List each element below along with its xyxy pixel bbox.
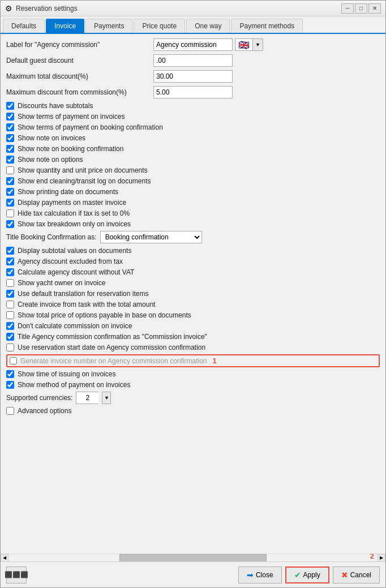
checkbox-total-price-options[interactable] <box>6 311 14 319</box>
nav-prev-button[interactable]: ⬛⬛⬛ <box>6 566 27 583</box>
title-bar-left: ⚙ Reservation settings <box>5 4 78 13</box>
checkbox-label-agency-discount-tax: Agency discount excluded from tax <box>18 257 123 265</box>
checkbox-tax-breakdown[interactable] <box>6 220 14 228</box>
booking-confirmation-row: Title Booking Confirmation as: Booking c… <box>6 231 380 243</box>
supported-currencies-input[interactable] <box>76 392 98 404</box>
booking-confirmation-select[interactable]: Booking confirmation Booking voucher Boo… <box>100 231 202 243</box>
footer-nav-buttons: ⬛⬛⬛ <box>6 566 27 583</box>
checkbox-label-show-time: Show time of issuing on invoices <box>18 370 115 378</box>
max-discount-commission-input[interactable] <box>153 86 233 98</box>
checkbox-display-payments[interactable] <box>6 199 14 207</box>
checkbox-row-create-invoice-task: Create invoice from task with the total … <box>6 301 380 308</box>
checkbox-agency-discount-tax[interactable] <box>6 257 14 265</box>
checkbox-label-terms-invoices: Show terms of payment on invoices <box>18 113 125 121</box>
checkbox-row-end-cleaning: Show end cleaning/transit log on documen… <box>6 177 380 185</box>
checkbox-label-generate-invoice: Generate invoice number on Agency commis… <box>20 357 207 365</box>
checkbox-row-yacht-owner: Show yacht owner on invoice <box>6 279 380 287</box>
scrollable-content[interactable]: Label for "Agency commission" 🇬🇧 ▼ Defau… <box>1 34 385 553</box>
checkbox-label-show-method: Show method of payment on invoices <box>18 381 130 389</box>
checkbox-default-translation[interactable] <box>6 290 14 298</box>
checkbox-calculate-agency-vat[interactable] <box>6 268 14 276</box>
tab-one-way[interactable]: One way <box>186 19 230 33</box>
checkbox-label-note-booking: Show note on booking confirmation <box>18 145 123 153</box>
checkbox-end-cleaning[interactable] <box>6 177 14 185</box>
checkbox-row-note-invoices: Show note on invoices <box>6 134 380 142</box>
content-area: Label for "Agency commission" 🇬🇧 ▼ Defau… <box>1 34 385 561</box>
scroll-right-button[interactable]: ▶ <box>378 554 385 562</box>
scroll-track[interactable] <box>8 554 378 562</box>
checkbox-quantity-unit[interactable] <box>6 166 14 174</box>
cancel-button[interactable]: ✖ Cancel <box>333 566 380 583</box>
tab-price-quote[interactable]: Price quote <box>134 19 185 33</box>
max-total-discount-label: Maximum total discount(%) <box>6 72 153 80</box>
close-button-label: Close <box>256 571 273 579</box>
checkbox-row-dont-calculate: Don't calculate commission on invoice <box>6 322 380 330</box>
default-guest-discount-label: Default guest discount <box>6 57 153 65</box>
checkbox-row-tax-breakdown: Show tax breakdown only on invoices <box>6 220 380 228</box>
footer-action-buttons: ➡ Close ✔ Apply ✖ Cancel <box>238 566 380 583</box>
horizontal-scrollbar[interactable]: ◀ ▶ 2 <box>1 553 385 561</box>
flag-button[interactable]: 🇬🇧 <box>235 38 253 51</box>
close-window-button[interactable]: ✕ <box>368 3 381 14</box>
checkbox-subtotal-values[interactable] <box>6 247 14 255</box>
checkbox-row-use-reservation-start: Use reservation start date on Agency com… <box>6 344 380 351</box>
checkbox-row-terms-booking: Show terms of payment on booking confirm… <box>6 123 380 131</box>
booking-confirmation-label: Title Booking Confirmation as: <box>6 233 97 241</box>
title-controls: ─ □ ✕ <box>341 3 381 14</box>
checkbox-advanced-options[interactable] <box>6 407 14 415</box>
scroll-left-button[interactable]: ◀ <box>1 554 8 562</box>
main-window: ⚙ Reservation settings ─ □ ✕ Defaults In… <box>0 0 386 588</box>
currencies-spinner-down[interactable]: ▼ <box>102 392 111 404</box>
checkbox-dont-calculate[interactable] <box>6 322 14 330</box>
checkbox-row-printing-date: Show printing date on documents <box>6 188 380 196</box>
tab-invoice[interactable]: Invoice <box>46 19 84 33</box>
checkbox-discounts-subtotals[interactable] <box>6 102 14 110</box>
checkbox-note-options[interactable] <box>6 156 14 164</box>
minimize-button[interactable]: ─ <box>341 3 354 14</box>
checkbox-create-invoice-task[interactable] <box>6 301 14 308</box>
tab-payments[interactable]: Payments <box>85 19 132 33</box>
default-guest-discount-input[interactable] <box>153 54 233 67</box>
checkbox-row-agency-discount-tax: Agency discount excluded from tax <box>6 257 380 265</box>
tab-defaults[interactable]: Defaults <box>3 19 45 33</box>
tab-payment-methods[interactable]: Payment methods <box>231 19 303 33</box>
checkbox-label-advanced-options: Advanced options <box>18 407 71 415</box>
checkbox-label-note-options: Show note on options <box>18 156 83 164</box>
checkbox-show-method[interactable] <box>6 381 14 389</box>
checkbox-use-reservation-start[interactable] <box>6 344 14 351</box>
checkbox-terms-booking[interactable] <box>6 123 14 131</box>
checkbox-label-discounts-subtotals: Discounts have subtotals <box>18 102 93 110</box>
cancel-button-label: Cancel <box>350 571 371 579</box>
checkbox-label-hide-tax: Hide tax calculation if tax is set to 0% <box>18 209 130 217</box>
checkbox-row-subtotal-values: Display subtotal values on documents <box>6 247 380 255</box>
maximize-button[interactable]: □ <box>355 3 367 14</box>
tabs-bar: Defaults Invoice Payments Price quote On… <box>1 16 385 34</box>
checkbox-label-use-reservation-start: Use reservation start date on Agency com… <box>18 344 205 351</box>
checkbox-yacht-owner[interactable] <box>6 279 14 287</box>
checkbox-row-default-translation: Use default translation for reservation … <box>6 290 380 298</box>
agency-commission-input[interactable] <box>153 38 233 51</box>
badge-1: 1 <box>213 357 217 365</box>
checkbox-terms-invoices[interactable] <box>6 113 14 121</box>
checkbox-printing-date[interactable] <box>6 188 14 196</box>
checkbox-label-quantity-unit: Show quantity and unit price on document… <box>18 166 147 174</box>
checkbox-label-terms-booking: Show terms of payment on booking confirm… <box>18 123 163 131</box>
checkbox-generate-invoice[interactable] <box>10 357 17 364</box>
checkbox-note-invoices[interactable] <box>6 134 14 142</box>
checkbox-label-total-price-options: Show total price of options payable in b… <box>18 311 191 319</box>
close-button[interactable]: ➡ Close <box>238 566 282 583</box>
footer-bar: ⬛⬛⬛ ➡ Close ✔ Apply ✖ Cancel <box>1 561 385 587</box>
checkbox-label-tax-breakdown: Show tax breakdown only on invoices <box>18 220 131 228</box>
scroll-thumb[interactable] <box>119 554 267 562</box>
checkbox-label-dont-calculate: Don't calculate commission on invoice <box>18 322 132 330</box>
apply-button[interactable]: ✔ Apply <box>285 566 329 583</box>
checkbox-hide-tax[interactable] <box>6 209 14 217</box>
checkbox-title-agency-commission[interactable] <box>6 333 14 341</box>
max-total-discount-input[interactable] <box>153 70 233 83</box>
flag-dropdown-arrow[interactable]: ▼ <box>253 38 263 51</box>
checkbox-show-time[interactable] <box>6 370 14 378</box>
checkbox-note-booking[interactable] <box>6 145 14 153</box>
cancel-icon: ✖ <box>341 570 348 580</box>
checkbox-label-create-invoice-task: Create invoice from task with the total … <box>18 301 155 308</box>
checkbox-label-display-payments: Display payments on master invoice <box>18 199 126 207</box>
